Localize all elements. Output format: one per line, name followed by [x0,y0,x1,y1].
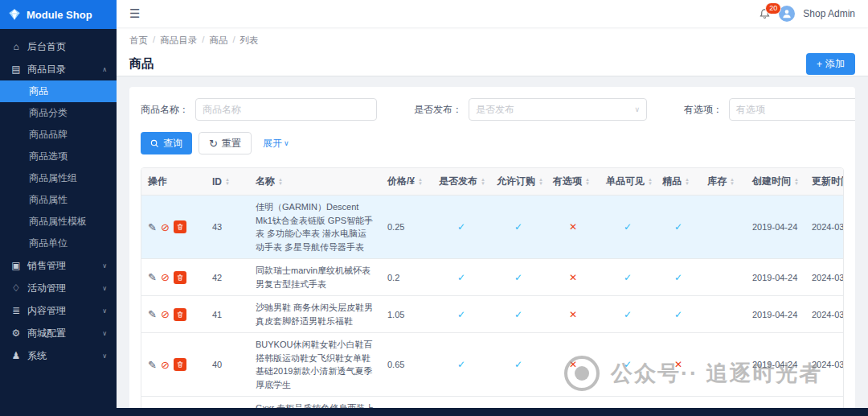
orderable-cell: ✓ [490,333,547,396]
sidebar-item-1[interactable]: ▤商品目录∧ [0,58,117,80]
edit-icon[interactable]: ✎ [148,359,157,371]
sort-icon[interactable]: ▲▼ [730,178,735,186]
single_visible-cell: ✓ [600,296,656,332]
table-row: ✎⊘42同款瑞士marvin摩纹机械怀表男复古型挂式手表0.2✓✓✕✓✓2019… [141,259,843,296]
column-header[interactable]: ID▲▼ [206,168,249,195]
stock-cell [701,333,746,396]
topbar-right: 20 Shop Admin [759,6,855,22]
created-cell: 2019-04-24 [746,296,805,332]
sort-desc-icon: ▼ [418,182,423,186]
name-filter-input[interactable] [195,98,377,121]
column-header[interactable]: 名称▲▼ [249,168,381,195]
cross-icon: ✕ [569,272,577,283]
check-icon: ✓ [514,221,522,233]
catalog-icon: ▤ [10,64,23,75]
sort-icon[interactable]: ▲▼ [685,178,690,186]
column-header[interactable]: 更新时间▲▼ [805,168,844,195]
column-header[interactable]: 精品▲▼ [656,168,701,195]
sort-icon[interactable]: ▲▼ [481,178,485,186]
add-button-label: 添加 [825,57,845,71]
delete-button[interactable] [174,358,186,371]
sort-icon[interactable]: ▲▼ [538,178,543,186]
delete-button[interactable] [174,308,186,321]
sidebar-subitem[interactable]: 商品单位 [0,233,117,254]
sort-icon[interactable]: ▲▼ [225,178,230,186]
featured-cell: ✓ [656,196,701,258]
breadcrumb: 首页/商品目录/商品/列表 [129,35,855,47]
sidebar-subitem[interactable]: 商品 [0,80,117,102]
logo[interactable]: Module Shop [0,0,117,29]
chevron-down-icon: ∨ [102,307,107,315]
edit-icon[interactable]: ✎ [148,271,157,283]
column-header[interactable]: 是否发布▲▼ [432,168,490,195]
disable-icon[interactable]: ⊘ [161,271,170,283]
reset-button[interactable]: ↻ 重置 [199,132,252,154]
sort-icon[interactable]: ▲▼ [794,178,799,186]
check-icon: ✓ [624,272,632,283]
breadcrumb-item[interactable]: 商品 [209,35,227,47]
expand-link[interactable]: 展开 ∨ [263,137,289,150]
refresh-icon: ↻ [209,138,218,150]
chevron-down-icon: ∨ [102,262,107,270]
sidebar-item-label: 内容管理 [27,304,66,318]
price-cell: 0.25 [381,196,432,258]
sort-icon[interactable]: ▲▼ [278,178,283,186]
publish-filter-select[interactable]: 是否发布 ∨ [469,98,647,121]
sort-icon[interactable]: ▲▼ [648,178,653,186]
edit-icon[interactable]: ✎ [148,308,157,320]
sidebar-item-label: 商城配置 [27,327,66,340]
price-cell: 0.65 [381,333,432,396]
sidebar-subitem[interactable]: 商品属性 [0,189,117,211]
sort-icon[interactable]: ▲▼ [418,178,423,186]
add-button[interactable]: + 添加 [806,53,855,75]
sort-desc-icon: ▼ [278,182,283,186]
sidebar-item-3[interactable]: ♢活动管理∨ [0,277,117,299]
sidebar-item-2[interactable]: ▣销售管理∨ [0,254,117,277]
column-header[interactable]: 单品可见▲▼ [600,168,656,195]
column-header[interactable]: 允许订购▲▼ [490,168,547,195]
actions-cell: ✎⊘ [141,196,206,258]
check-icon: ✓ [457,359,465,370]
sidebar-subitem[interactable]: 商品属性模板 [0,211,117,233]
sidebar-item-4[interactable]: ≣内容管理∨ [0,299,117,322]
sidebar-subitem[interactable]: 商品选项 [0,146,117,167]
column-header[interactable]: 创建时间▲▼ [746,168,805,195]
check-icon: ✓ [457,272,465,283]
publish-select-placeholder: 是否发布 [476,103,514,117]
delete-button[interactable] [174,271,186,284]
delete-button[interactable] [174,220,186,233]
sidebar-subitem[interactable]: 商品品牌 [0,124,117,146]
search-button[interactable]: 查询 [141,132,192,154]
breadcrumb-item[interactable]: 首页 [129,35,148,47]
cross-icon: ✕ [674,359,682,370]
sidebar-collapse-icon[interactable]: ☰ [129,6,140,21]
disable-icon[interactable]: ⊘ [161,359,170,371]
user-name[interactable]: Shop Admin [803,8,855,19]
published-cell: ✓ [432,296,490,332]
chevron-down-icon: ∨ [102,352,107,360]
edit-icon[interactable]: ✎ [148,221,157,233]
sidebar-subitem[interactable]: 商品属性组 [0,167,117,189]
sidebar-item-6[interactable]: ♟系统∨ [0,344,117,367]
sidebar-subitem[interactable]: 商品分类 [0,102,117,124]
title-row: 商品 + 添加 [129,53,855,75]
sort-desc-icon: ▼ [730,182,735,186]
notifications-button[interactable]: 20 [759,8,771,20]
sidebar-item-label: 商品目录 [27,63,66,76]
disable-icon[interactable]: ⊘ [161,308,170,320]
options-filter-select[interactable]: 有选项 ∨ [729,98,855,121]
single_visible-cell: ✓ [600,259,656,295]
column-header[interactable]: 有选项▲▼ [547,168,600,195]
column-label: 名称 [256,175,275,188]
sidebar-item-5[interactable]: ⚙商城配置∨ [0,322,117,344]
options-filter-label: 有选项： [684,103,723,117]
user-avatar[interactable] [779,6,795,22]
column-header[interactable]: 库存▲▼ [701,168,746,195]
disable-icon[interactable]: ⊘ [161,221,170,233]
check-icon: ✓ [457,221,465,233]
column-header[interactable]: 价格/¥▲▼ [381,168,432,195]
breadcrumb-item[interactable]: 商品目录 [160,35,197,47]
sort-icon[interactable]: ▲▼ [585,178,590,186]
sidebar-item-0[interactable]: ⌂后台首页 [0,35,117,58]
sidebar: Module Shop ⌂后台首页▤商品目录∧商品商品分类商品品牌商品选项商品属… [0,0,117,416]
